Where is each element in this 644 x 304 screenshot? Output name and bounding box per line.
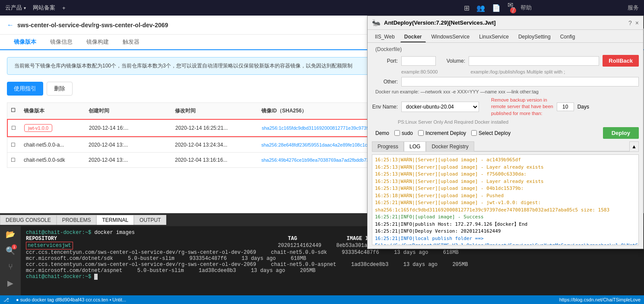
log-line: 16:25:13|WARN|[Server][upload image] - a… [375, 157, 636, 164]
vscode-badge-icon[interactable]: 🔍 1 [6, 246, 15, 256]
scroll-up-btn[interactable]: ▲ [629, 141, 639, 151]
service-text[interactable]: 服务 [628, 4, 639, 12]
doc-icon[interactable]: 📄 [492, 4, 501, 12]
days-input[interactable] [557, 102, 574, 111]
port-label: Port: [372, 58, 398, 64]
nav-website-filing[interactable]: 网站备案 [33, 4, 55, 12]
ant-icon: 🐜 [372, 19, 381, 27]
dialog-title: AntDeploy(Version:7.29)[NetServices.Jwt] [384, 19, 625, 26]
badge-count: 7 [510, 7, 516, 13]
deploy-button[interactable]: Deploy [603, 127, 639, 139]
menu-linux-service[interactable]: LinuxService [475, 32, 513, 42]
terminal-prompt: chait@chait-docker:~$ [26, 230, 91, 236]
csdn-link[interactable]: https://blog.csdn.net/ChaiTSimpleLove [559, 297, 641, 302]
select-checkbox-label[interactable]: Select Deploy [471, 130, 511, 136]
volume-example: example:/log:/publish/logs Multiple spli… [470, 69, 565, 74]
log-line: 16:25:13|WARN|[Server][upload image] - L… [375, 164, 636, 171]
dialog-body: (Dockerfile) Port: Volume: RollBack exam… [368, 43, 643, 249]
demo-row: Demo sudo Increment Deploy Select Deploy… [375, 127, 639, 139]
increment-checkbox-label[interactable]: Increment Deploy [418, 130, 466, 136]
col-version: 镜像版本 [24, 107, 89, 115]
menu-windows-service[interactable]: WindowsService [428, 32, 474, 42]
dialog-close-btn[interactable]: × [635, 19, 639, 26]
tab-progress[interactable]: Progress [372, 141, 404, 151]
top-nav-right: 服务 [628, 4, 639, 12]
demo-label: Demo [375, 130, 389, 136]
back-button[interactable]: ← [7, 21, 14, 29]
volume-input[interactable] [469, 56, 599, 66]
tab-mirror-build[interactable]: 镜像构建 [79, 35, 116, 50]
increment-checkbox[interactable] [418, 130, 424, 136]
menu-docker[interactable]: Docker [400, 32, 426, 42]
dockerfile-label: (Dockerfile) [375, 46, 639, 52]
tab-problems[interactable]: PROBLEMS [57, 215, 97, 225]
sudo-checkbox[interactable] [394, 130, 400, 136]
tab-trigger[interactable]: 触发器 [116, 35, 146, 50]
terminal-row-1-tag: 20201214162449 [278, 243, 321, 249]
dialog-titlebar: 🐜 AntDeploy(Version:7.29)[NetServices.Jw… [368, 16, 643, 30]
tab-mirror-info[interactable]: 镜像信息 [43, 35, 79, 50]
people-icon[interactable]: 👥 [476, 4, 485, 12]
env-select[interactable]: docker-ubuntu-20.04 [401, 102, 479, 112]
row-version[interactable]: jwt-v1.0.0 [24, 124, 89, 132]
volume-label: Volume: [439, 58, 465, 64]
row-modify-time: 2020-12-04 13:24:34... [175, 142, 261, 148]
col-modify-time: 修改时间 [175, 107, 261, 115]
help-text[interactable]: 帮助 [520, 4, 532, 12]
row-checkbox[interactable]: ☐ [11, 157, 24, 163]
row-checkbox[interactable]: ☐ [11, 125, 24, 131]
nav-add[interactable]: + [62, 5, 66, 11]
remove-backup-text: Remove backup version inremote server th… [491, 97, 553, 117]
vscode-run-icon[interactable]: ▶ [7, 278, 13, 288]
port-volume-row: Port: Volume: RollBack [372, 55, 639, 67]
git-branch-icon: ⎇ [3, 297, 9, 303]
sudo-checkbox-label[interactable]: sudo [394, 130, 413, 136]
top-nav: 云产品 ▾ 网站备案 + ⊞ 👥 📄 ✉ 7 帮助 服务 [0, 0, 644, 16]
row-version[interactable]: chait-net5.0.0-a... [24, 142, 89, 148]
row-create-time: 2020-12-04 13:... [89, 157, 175, 163]
status-text: ● sudo docker tag df8d904baf43 ccr.ccs.t… [16, 297, 126, 302]
dialog-question-btn[interactable]: ? [628, 19, 632, 26]
select-checkbox[interactable] [471, 130, 477, 136]
vscode-explorer-icon[interactable]: 📂 [6, 230, 15, 239]
terminal-row-2: ccr.ccs.tencentyun.com/sws-center-ol-ser… [26, 250, 256, 256]
row-checkbox[interactable]: ☐ [11, 142, 24, 148]
rollback-button[interactable]: RollBack [603, 55, 639, 67]
antdeploy-dialog: 🐜 AntDeploy(Version:7.29)[NetServices.Jw… [367, 16, 644, 249]
log-line: 16:25:13|WARN|[Server][upload image] - L… [375, 178, 636, 186]
tab-mirror-version[interactable]: 镜像版本 [7, 35, 43, 50]
log-line: 16:25:21|INFO|local publish folder ==> F… [375, 235, 636, 245]
menu-deploy-setting[interactable]: DeploySetting [514, 32, 555, 42]
vscode-git-icon[interactable]: ⑂ [8, 262, 13, 272]
port-input[interactable] [401, 56, 436, 66]
tab-log[interactable]: LOG [404, 141, 426, 151]
menu-iis-web[interactable]: IIS_Web [371, 32, 399, 42]
row-modify-time: 2020-12-04 13:16:16... [175, 157, 261, 163]
example-row: example:80:5000 example:/log:/publish/lo… [372, 69, 639, 74]
other-row: Other: [372, 77, 639, 86]
delete-button[interactable]: 删除 [47, 82, 73, 96]
vscode-bottom-bar: ⎇ ● sudo docker tag df8d904baf43 ccr.ccs… [0, 295, 644, 304]
top-nav-icons: ⊞ 👥 📄 ✉ 7 帮助 [464, 1, 532, 15]
row-version[interactable]: chait-net5.0.0-sdk [24, 157, 89, 163]
tab-docker-registry[interactable]: Docker Registry [426, 141, 474, 151]
vscode-sidebar: 📂 🔍 1 ⑂ ▶ [0, 226, 21, 295]
bottom-right: https://blog.csdn.net/ChaiTSimpleLove [559, 297, 641, 302]
log-line: 16:25:21|WARN|[Server][upload image] - j… [375, 199, 636, 207]
dialog-menu: IIS_Web Docker WindowsService LinuxServi… [368, 30, 643, 43]
grid-icon[interactable]: ⊞ [464, 4, 470, 12]
row-create-time: 2020-12-04 13:... [89, 142, 175, 148]
other-input[interactable] [401, 77, 639, 86]
dialog-controls: ? × [628, 19, 639, 26]
tab-debug-console[interactable]: DEBUG CONSOLE [0, 215, 57, 225]
col-checkbox: ☐ [11, 107, 24, 115]
tab-output[interactable]: OUTPUT [134, 215, 166, 225]
bell-icon[interactable]: ✉ 7 [508, 1, 514, 15]
nav-products[interactable]: 云产品 ▾ [5, 4, 26, 12]
row-create-time: 2020-12-14 16:... [89, 125, 175, 131]
use-guide-button[interactable]: 使用指引 [7, 82, 43, 96]
menu-config[interactable]: Config [556, 32, 579, 42]
log-area[interactable]: 16:25:13|WARN|[Server][upload image] - a… [372, 154, 639, 245]
chevron-down-icon: ▾ [24, 6, 26, 10]
tab-terminal[interactable]: TERMINAL [96, 215, 134, 225]
